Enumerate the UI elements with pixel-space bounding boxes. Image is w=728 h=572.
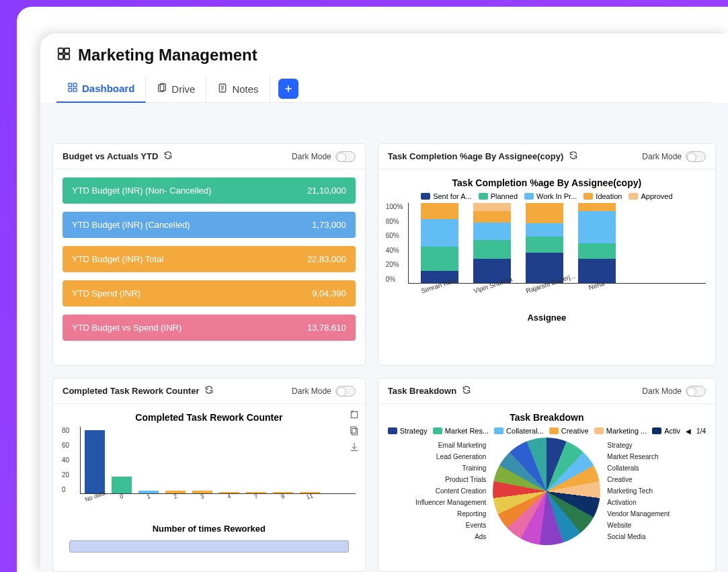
legend-item: Market Res... bbox=[433, 427, 489, 435]
stat-label: YTD Budget (INR) (Cancelled) bbox=[72, 220, 190, 230]
title-row: Marketing Management bbox=[56, 46, 712, 65]
tab-dashboard[interactable]: Dashboard bbox=[56, 75, 146, 103]
stat-label: YTD Budget (INR) Total bbox=[72, 254, 163, 264]
chart-scrollbar[interactable] bbox=[69, 540, 349, 553]
legend-label: Collateral... bbox=[506, 427, 544, 435]
drive-icon bbox=[157, 83, 167, 95]
chevron-left-icon[interactable]: ◀ bbox=[686, 427, 691, 435]
y-tick: 40 bbox=[62, 456, 69, 464]
toggle-icon bbox=[335, 151, 356, 162]
rotate-icon[interactable] bbox=[349, 409, 360, 423]
bar-segment bbox=[473, 203, 511, 211]
tab-label: Drive bbox=[171, 83, 195, 95]
pie-slice-label: Influencer Management bbox=[415, 499, 486, 506]
legend-label: Planned bbox=[491, 192, 518, 200]
bar-segment bbox=[526, 203, 563, 223]
x-axis-title: Assignee bbox=[388, 313, 706, 323]
chart-title: Completed Task Rework Counter bbox=[63, 412, 356, 423]
legend-item: Marketing ... bbox=[594, 427, 647, 435]
legend-label: Sent for A... bbox=[433, 192, 471, 200]
pie-slice-label: Ads bbox=[475, 533, 486, 540]
tabs: Dashboard Drive Notes bbox=[56, 75, 712, 103]
legend-label: Market Res... bbox=[445, 427, 489, 435]
legend-swatch bbox=[433, 427, 442, 434]
y-tick: 20% bbox=[386, 261, 403, 268]
bar-segment bbox=[421, 219, 458, 247]
legend-item: Collateral... bbox=[494, 427, 544, 435]
y-tick: 40% bbox=[386, 247, 403, 254]
pie-slice-label: Activation bbox=[607, 499, 636, 506]
dark-mode-toggle[interactable]: Dark Mode bbox=[642, 151, 706, 162]
tab-label: Notes bbox=[232, 83, 258, 95]
pie-chart-wrap: Email MarketingLead GenerationTrainingPr… bbox=[388, 438, 706, 545]
card-rework-counter: Completed Task Rework Counter Dark Mode bbox=[52, 378, 366, 572]
bar-segment bbox=[578, 243, 616, 259]
dark-mode-label: Dark Mode bbox=[642, 152, 682, 161]
x-axis-labels: Simran KaurVipin SharmaRajarshi Banerj..… bbox=[388, 288, 706, 295]
pie-slice-label: Strategy bbox=[607, 442, 632, 449]
page-title: Marketing Management bbox=[78, 46, 257, 65]
legend-item: Approved bbox=[629, 192, 672, 200]
y-axis-labels: 100%80%60%40%20%0% bbox=[386, 203, 403, 283]
y-tick: 0 bbox=[62, 486, 69, 493]
tab-drive[interactable]: Drive bbox=[146, 76, 206, 102]
legend-label: Activ bbox=[664, 427, 680, 435]
legend-swatch bbox=[583, 193, 593, 200]
bar-segment bbox=[526, 237, 563, 253]
svg-rect-7 bbox=[73, 88, 77, 91]
bar-chart: 806040200 bbox=[80, 427, 356, 494]
stat-label: YTD Budget vs Spend (INR) bbox=[72, 323, 181, 333]
svg-rect-1 bbox=[65, 48, 69, 53]
bar-segment bbox=[526, 223, 563, 237]
refresh-icon[interactable] bbox=[204, 385, 214, 397]
dashboard-content: Budget vs Actuals YTD Dark Mode YTD Budg… bbox=[40, 103, 728, 572]
y-tick: 0% bbox=[386, 276, 403, 283]
legend-item: Ideation bbox=[583, 192, 622, 200]
card-head: Completed Task Rework Counter Dark Mode bbox=[53, 378, 365, 404]
pie-slice-label: Collaterals bbox=[607, 464, 639, 472]
legend-item: Work In Pr... bbox=[524, 192, 577, 200]
stat-row: YTD Spend (INR)9,04,390 bbox=[63, 280, 356, 307]
y-tick: 60 bbox=[62, 442, 69, 449]
legend-label: Marketing ... bbox=[606, 427, 647, 435]
legend-label: Strategy bbox=[400, 427, 428, 435]
bar-column bbox=[578, 203, 616, 283]
stacked-bar-chart: 100%80%60%40%20%0% bbox=[408, 203, 706, 284]
header: Marketing Management Dashboard Drive Not… bbox=[40, 34, 728, 103]
dark-mode-toggle[interactable]: Dark Mode bbox=[292, 151, 356, 162]
chart-legend: Sent for A...PlannedWork In Pr...Ideatio… bbox=[388, 192, 706, 200]
dark-mode-label: Dark Mode bbox=[642, 386, 682, 396]
legend-swatch bbox=[388, 427, 397, 434]
dark-mode-toggle[interactable]: Dark Mode bbox=[642, 386, 706, 397]
card-body: Task Completion %age By Assignee(copy) S… bbox=[378, 169, 715, 365]
pie-slice-label: Marketing Tech bbox=[607, 487, 653, 495]
dark-mode-label: Dark Mode bbox=[292, 152, 331, 161]
legend-item: Sent for A... bbox=[421, 192, 471, 200]
stat-row: YTD Budget (INR) Total22,83,000 bbox=[63, 246, 356, 272]
stat-value: 13,78,610 bbox=[307, 323, 346, 333]
bar-column bbox=[473, 203, 511, 283]
pie-slice-label: Market Research bbox=[607, 453, 658, 460]
toggle-icon bbox=[686, 151, 706, 162]
pie-labels: Email MarketingLead GenerationTrainingPr… bbox=[388, 438, 706, 545]
notes-icon bbox=[217, 83, 228, 95]
card-body: Task Breakdown StrategyMarket Res...Coll… bbox=[378, 404, 715, 571]
stat-row: YTD Budget (INR) (Non- Cancelled)21,10,0… bbox=[63, 177, 356, 204]
dark-mode-toggle[interactable]: Dark Mode bbox=[292, 386, 356, 397]
card-head: Budget vs Actuals YTD Dark Mode bbox=[53, 144, 365, 169]
tab-notes[interactable]: Notes bbox=[206, 76, 270, 102]
svg-rect-2 bbox=[58, 54, 63, 59]
legend-item: Strategy bbox=[388, 427, 428, 435]
bar-segment bbox=[473, 240, 511, 259]
refresh-icon[interactable] bbox=[462, 385, 471, 397]
add-tab-button[interactable] bbox=[278, 79, 298, 99]
stat-value: 9,04,390 bbox=[312, 288, 346, 298]
legend-label: Work In Pr... bbox=[536, 192, 577, 200]
refresh-icon[interactable] bbox=[569, 151, 578, 162]
pie-slice-label: Content Creation bbox=[436, 487, 487, 495]
card-title: Task Completion %age By Assignee(copy) bbox=[388, 151, 564, 161]
pie-slice-label: Website bbox=[607, 522, 631, 529]
bar-segment bbox=[578, 203, 616, 211]
refresh-icon[interactable] bbox=[163, 151, 173, 162]
dark-mode-label: Dark Mode bbox=[292, 386, 331, 396]
